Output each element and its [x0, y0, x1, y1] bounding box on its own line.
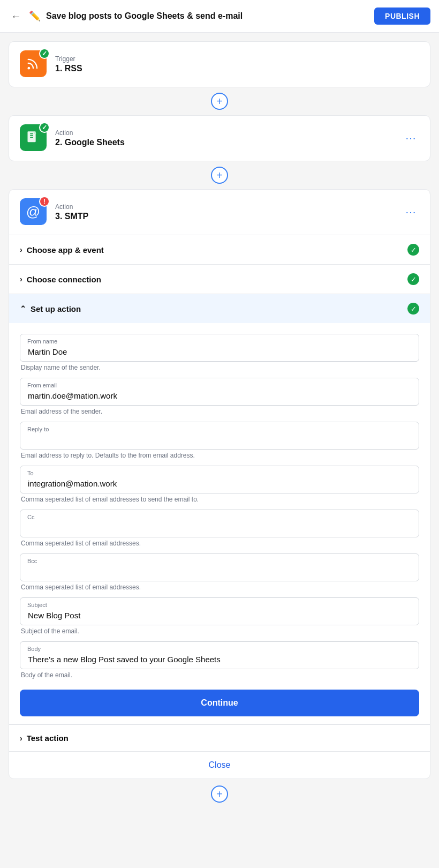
- setup-form: From name Display name of the sender. Fr…: [9, 323, 430, 724]
- main-content: ✓ Trigger 1. RSS +: [0, 33, 439, 818]
- svg-rect-2: [30, 133, 33, 134]
- reply-to-input[interactable]: [20, 422, 419, 450]
- accordion-header-app-event[interactable]: › Choose app & event ✓: [9, 235, 430, 264]
- accordion-label-app-event: Choose app & event: [27, 245, 104, 255]
- subject-group: Subject Subject of the email.: [20, 597, 419, 635]
- smtp-status-badge: !: [39, 196, 50, 207]
- continue-button[interactable]: Continue: [20, 690, 419, 716]
- bcc-group: Bcc Comma seperated list of email addres…: [20, 553, 419, 591]
- body-group: Body Body of the email.: [20, 641, 419, 679]
- rss-icon-wrap: ✓: [20, 50, 48, 78]
- step1-name: 1. RSS: [55, 64, 82, 73]
- step3-name: 3. SMTP: [55, 212, 88, 221]
- add-step-button-bottom[interactable]: +: [211, 785, 228, 803]
- cc-hint: Comma seperated list of email addresses.: [20, 540, 419, 547]
- accordion-check-setup: ✓: [407, 303, 419, 315]
- accordion-item-connection: › Choose connection ✓: [9, 265, 430, 294]
- test-action-label: Test action: [27, 734, 69, 743]
- sheets-status-badge: ✓: [39, 122, 50, 133]
- accordion-item-app-event: › Choose app & event ✓: [9, 235, 430, 265]
- accordion-item-setup: ⌃ Set up action ✓ From name Display name…: [9, 294, 430, 724]
- bcc-hint: Comma seperated list of email addresses.: [20, 583, 419, 591]
- chevron-test-icon: ›: [20, 734, 22, 743]
- chevron-down-icon: ›: [20, 245, 22, 254]
- body-input[interactable]: [20, 641, 419, 669]
- smtp-icon-wrap: @ !: [20, 198, 48, 226]
- accordion-check-connection: ✓: [407, 273, 419, 285]
- subject-input[interactable]: [20, 597, 419, 625]
- body-hint: Body of the email.: [20, 671, 419, 679]
- svg-point-0: [28, 67, 31, 70]
- accordion-label-setup: Set up action: [31, 304, 81, 313]
- accordion-label-connection: Choose connection: [27, 275, 101, 284]
- rss-status-badge: ✓: [39, 48, 50, 59]
- from-email-group: From email Email address of the sender.: [20, 378, 419, 415]
- cc-input[interactable]: [20, 510, 419, 537]
- to-input[interactable]: [20, 466, 419, 493]
- publish-button[interactable]: PUBLISH: [374, 8, 430, 25]
- edit-icon: ✏️: [29, 10, 41, 22]
- subject-hint: Subject of the email.: [20, 627, 419, 635]
- bottom-connector: +: [9, 779, 430, 809]
- back-button[interactable]: ←: [9, 8, 24, 25]
- to-group: To Comma seperated list of email address…: [20, 466, 419, 503]
- accordion-check-app-event: ✓: [407, 244, 419, 256]
- close-button[interactable]: Close: [209, 760, 231, 770]
- sheets-more-button[interactable]: ⋯: [403, 130, 419, 147]
- accordion-header-setup[interactable]: ⌃ Set up action ✓: [9, 294, 430, 323]
- add-step-button-1[interactable]: +: [211, 93, 228, 110]
- smtp-header: @ ! Action 3. SMTP ⋯: [9, 190, 430, 235]
- app-header: ← ✏️ Save blog posts to Google Sheets & …: [0, 0, 439, 33]
- chevron-down-icon-2: ›: [20, 275, 22, 283]
- test-action-section: › Test action: [9, 724, 430, 751]
- step-rss: ✓ Trigger 1. RSS: [9, 41, 430, 87]
- step-sheets: ✓ Action 2. Google Sheets ⋯: [9, 115, 430, 161]
- from-name-input[interactable]: [20, 334, 419, 362]
- bcc-input[interactable]: [20, 553, 419, 581]
- step2-name: 2. Google Sheets: [55, 138, 125, 147]
- smtp-at-symbol: @: [26, 204, 40, 220]
- add-step-button-2[interactable]: +: [211, 167, 228, 184]
- connector-1: +: [9, 87, 430, 115]
- svg-rect-4: [30, 137, 33, 138]
- reply-to-group: Reply to Email address to reply to. Defa…: [20, 422, 419, 459]
- smtp-panel: @ ! Action 3. SMTP ⋯ › Choose app & even…: [9, 189, 430, 779]
- chevron-up-icon: ⌃: [20, 304, 26, 313]
- close-section: Close: [9, 751, 430, 779]
- from-name-hint: Display name of the sender.: [20, 364, 419, 371]
- sheets-icon-wrap: ✓: [20, 124, 48, 152]
- step1-type-label: Trigger: [55, 55, 82, 63]
- from-name-group: From name Display name of the sender.: [20, 334, 419, 371]
- reply-to-hint: Email address to reply to. Defaults to t…: [20, 452, 419, 459]
- smtp-more-button[interactable]: ⋯: [403, 204, 419, 221]
- page-title: Save blog posts to Google Sheets & send …: [46, 11, 243, 21]
- from-email-input[interactable]: [20, 378, 419, 406]
- svg-rect-3: [30, 135, 33, 136]
- accordion-header-connection[interactable]: › Choose connection ✓: [9, 265, 430, 294]
- connector-2: +: [9, 161, 430, 189]
- step2-type-label: Action: [55, 129, 125, 137]
- from-email-hint: Email address of the sender.: [20, 408, 419, 415]
- cc-group: Cc Comma seperated list of email address…: [20, 510, 419, 547]
- to-hint: Comma seperated list of email addresses …: [20, 496, 419, 503]
- test-action-header[interactable]: › Test action: [20, 734, 419, 743]
- step3-type-label: Action: [55, 203, 88, 211]
